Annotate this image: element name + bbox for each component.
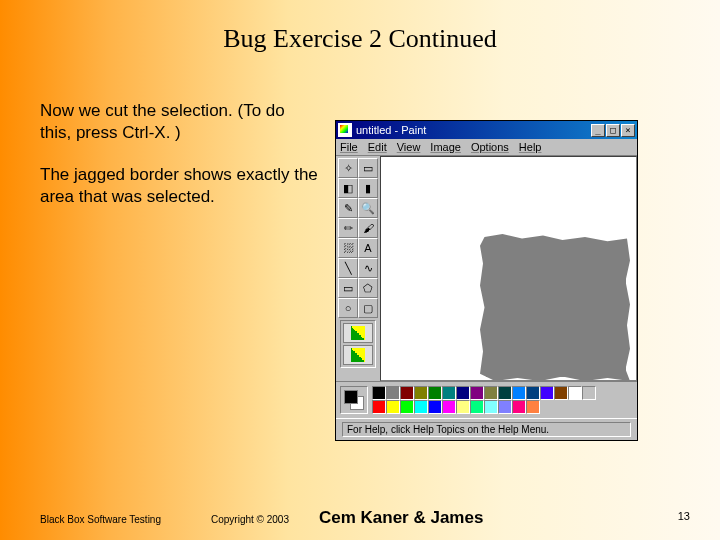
paint-app-icon <box>338 123 352 137</box>
tool-line[interactable]: ╲ <box>338 258 358 278</box>
tool-polygon[interactable]: ⬠ <box>358 278 378 298</box>
color-swatch-19[interactable] <box>414 400 428 414</box>
color-swatch-18[interactable] <box>400 400 414 414</box>
color-palette <box>372 386 596 414</box>
menu-edit[interactable]: Edit <box>368 141 387 153</box>
color-swatch-14[interactable] <box>568 386 582 400</box>
slide-body: Now we cut the selection. (To do this, p… <box>40 100 320 228</box>
menubar: File Edit View Image Options Help <box>336 139 637 156</box>
color-swatch-13[interactable] <box>554 386 568 400</box>
selection-transparent-option[interactable] <box>343 345 373 365</box>
page-number: 13 <box>678 510 690 522</box>
color-box <box>336 381 637 418</box>
foreground-color-swatch <box>344 390 358 404</box>
footer-source: Black Box Software Testing <box>40 514 161 525</box>
color-swatch-15[interactable] <box>582 386 596 400</box>
menu-file[interactable]: File <box>340 141 358 153</box>
paint-window: untitled - Paint _ □ × File Edit View Im… <box>335 120 638 441</box>
footer-copyright: Copyright © 2003 <box>211 514 289 525</box>
color-swatch-25[interactable] <box>498 400 512 414</box>
color-swatch-26[interactable] <box>512 400 526 414</box>
color-swatch-24[interactable] <box>484 400 498 414</box>
window-title: untitled - Paint <box>356 124 591 136</box>
canvas[interactable] <box>380 156 637 381</box>
cut-region <box>486 242 626 377</box>
tool-curve[interactable]: ∿ <box>358 258 378 278</box>
footer: Black Box Software Testing Copyright © 2… <box>0 508 720 528</box>
tool-text[interactable]: A <box>358 238 378 258</box>
tool-options <box>340 320 376 368</box>
transparent-icon <box>351 348 365 362</box>
menu-view[interactable]: View <box>397 141 421 153</box>
color-swatch-0[interactable] <box>372 386 386 400</box>
color-swatch-6[interactable] <box>456 386 470 400</box>
titlebar[interactable]: untitled - Paint _ □ × <box>336 121 637 139</box>
status-text: For Help, click Help Topics on the Help … <box>342 422 631 437</box>
tool-ellipse[interactable]: ○ <box>338 298 358 318</box>
tool-brush[interactable]: 🖌 <box>358 218 378 238</box>
color-swatch-5[interactable] <box>442 386 456 400</box>
color-swatch-11[interactable] <box>526 386 540 400</box>
tool-freeform-select[interactable]: ✧ <box>338 158 358 178</box>
paragraph-1: Now we cut the selection. (To do this, p… <box>40 100 320 144</box>
color-swatch-17[interactable] <box>386 400 400 414</box>
tool-rect-select[interactable]: ▭ <box>358 158 378 178</box>
tool-eraser[interactable]: ◧ <box>338 178 358 198</box>
color-swatch-3[interactable] <box>414 386 428 400</box>
color-swatch-2[interactable] <box>400 386 414 400</box>
maximize-button[interactable]: □ <box>606 124 620 137</box>
current-colors[interactable] <box>340 386 368 414</box>
tool-airbrush[interactable]: ⛆ <box>338 238 358 258</box>
menu-image[interactable]: Image <box>430 141 461 153</box>
color-swatch-20[interactable] <box>428 400 442 414</box>
footer-authors: Cem Kaner & James <box>319 508 483 528</box>
toolbox: ✧ ▭ ◧ ▮ ✎ 🔍 ✏ 🖌 ⛆ A ╲ ∿ ▭ ⬠ ○ ▢ <box>336 156 380 381</box>
color-swatch-9[interactable] <box>498 386 512 400</box>
menu-options[interactable]: Options <box>471 141 509 153</box>
tool-picker[interactable]: ✎ <box>338 198 358 218</box>
opaque-icon <box>351 326 365 340</box>
tool-magnify[interactable]: 🔍 <box>358 198 378 218</box>
tool-fill[interactable]: ▮ <box>358 178 378 198</box>
color-swatch-27[interactable] <box>526 400 540 414</box>
minimize-button[interactable]: _ <box>591 124 605 137</box>
tool-pencil[interactable]: ✏ <box>338 218 358 238</box>
color-swatch-22[interactable] <box>456 400 470 414</box>
tool-roundrect[interactable]: ▢ <box>358 298 378 318</box>
color-swatch-8[interactable] <box>484 386 498 400</box>
color-swatch-4[interactable] <box>428 386 442 400</box>
color-swatch-10[interactable] <box>512 386 526 400</box>
color-swatch-23[interactable] <box>470 400 484 414</box>
color-swatch-12[interactable] <box>540 386 554 400</box>
color-swatch-21[interactable] <box>442 400 456 414</box>
color-swatch-16[interactable] <box>372 400 386 414</box>
menu-help[interactable]: Help <box>519 141 542 153</box>
paragraph-2: The jagged border shows exactly the area… <box>40 164 320 208</box>
statusbar: For Help, click Help Topics on the Help … <box>336 418 637 440</box>
slide-title: Bug Exercise 2 Continued <box>0 0 720 54</box>
close-button[interactable]: × <box>621 124 635 137</box>
tool-rect[interactable]: ▭ <box>338 278 358 298</box>
color-swatch-1[interactable] <box>386 386 400 400</box>
selection-opaque-option[interactable] <box>343 323 373 343</box>
color-swatch-7[interactable] <box>470 386 484 400</box>
